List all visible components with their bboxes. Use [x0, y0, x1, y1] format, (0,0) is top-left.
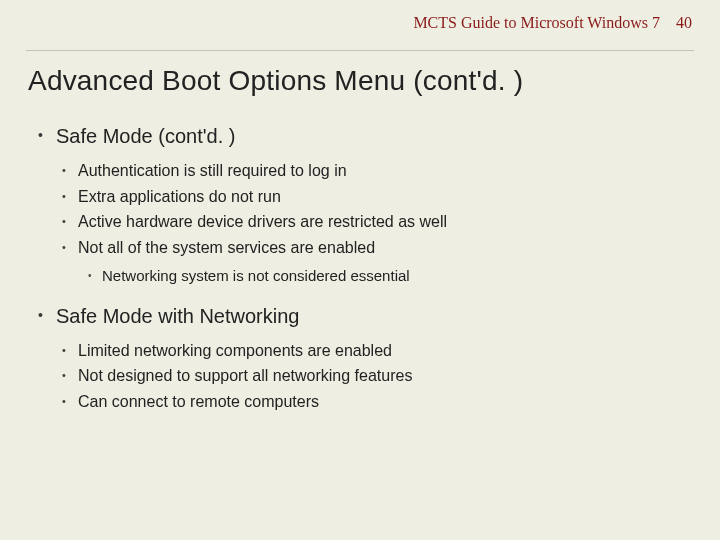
- list-item-text: Networking system is not considered esse…: [102, 267, 410, 284]
- section-safe-mode-networking: Safe Mode with Networking Limited networ…: [38, 305, 692, 413]
- list-item: Authentication is still required to log …: [62, 160, 692, 182]
- list-item-text: Not all of the system services are enabl…: [78, 239, 375, 256]
- header-title: MCTS Guide to Microsoft Windows 7: [413, 14, 660, 32]
- section-heading: Safe Mode (cont'd. ): [56, 125, 235, 147]
- list-item: Extra applications do not run: [62, 186, 692, 208]
- slide: MCTS Guide to Microsoft Windows 7 40 Adv…: [0, 0, 720, 540]
- list-item: Networking system is not considered esse…: [88, 266, 692, 286]
- header-page-number: 40: [676, 14, 692, 32]
- list-item: Limited networking components are enable…: [62, 340, 692, 362]
- section-heading: Safe Mode with Networking: [56, 305, 299, 327]
- list-item-text: Can connect to remote computers: [78, 393, 319, 410]
- list-item-text: Not designed to support all networking f…: [78, 367, 412, 384]
- bullet-list-level-3: Networking system is not considered esse…: [88, 266, 692, 286]
- bullet-list-level-2: Limited networking components are enable…: [62, 340, 692, 413]
- slide-content: Safe Mode (cont'd. ) Authentication is s…: [0, 97, 720, 412]
- slide-title: Advanced Boot Options Menu (cont'd. ): [0, 51, 720, 97]
- section-safe-mode: Safe Mode (cont'd. ) Authentication is s…: [38, 125, 692, 287]
- list-item: Not all of the system services are enabl…: [62, 237, 692, 287]
- slide-header: MCTS Guide to Microsoft Windows 7 40: [0, 0, 720, 32]
- list-item-text: Limited networking components are enable…: [78, 342, 392, 359]
- list-item: Active hardware device drivers are restr…: [62, 211, 692, 233]
- bullet-list-level-2: Authentication is still required to log …: [62, 160, 692, 287]
- bullet-list-level-1: Safe Mode (cont'd. ) Authentication is s…: [38, 125, 692, 412]
- list-item-text: Extra applications do not run: [78, 188, 281, 205]
- list-item-text: Active hardware device drivers are restr…: [78, 213, 447, 230]
- list-item-text: Authentication is still required to log …: [78, 162, 347, 179]
- list-item: Not designed to support all networking f…: [62, 365, 692, 387]
- list-item: Can connect to remote computers: [62, 391, 692, 413]
